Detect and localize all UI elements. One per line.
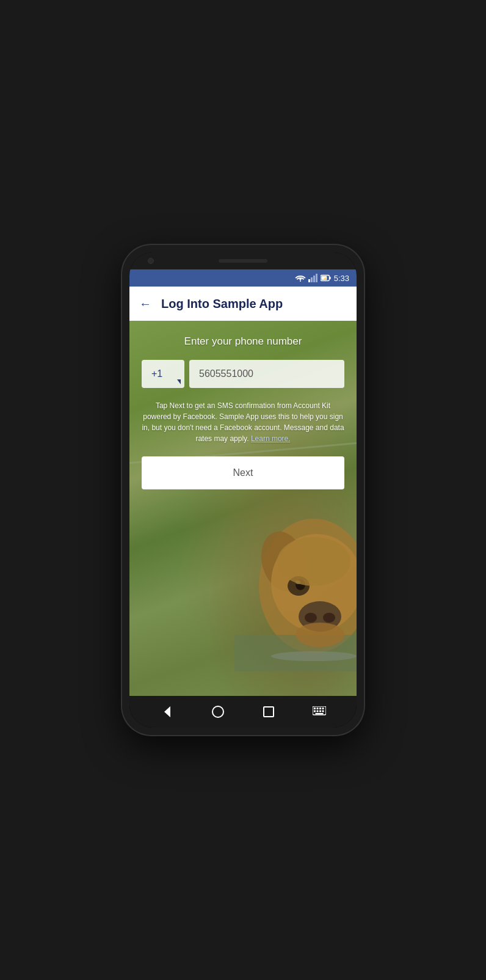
app-title: Log Into Sample App	[161, 297, 283, 311]
phone-input-row: +1	[142, 360, 344, 388]
svg-point-22	[212, 706, 223, 717]
svg-rect-2	[313, 276, 315, 282]
keyboard-nav-button[interactable]	[307, 700, 332, 724]
svg-rect-1	[311, 277, 313, 282]
svg-rect-26	[316, 708, 318, 709]
app-bar: ← Log Into Sample App	[129, 287, 357, 321]
learn-more-link[interactable]: Learn more.	[251, 434, 291, 443]
dropdown-arrow-icon	[177, 379, 181, 384]
svg-rect-33	[315, 713, 323, 714]
status-icons: ⚡ 5:33	[295, 274, 349, 283]
svg-rect-31	[319, 711, 321, 712]
phone-top-decoration	[129, 252, 357, 269]
svg-rect-23	[264, 707, 274, 717]
phone-number-input[interactable]	[189, 360, 344, 388]
time-display: 5:33	[334, 274, 349, 283]
camera-dot	[148, 258, 154, 264]
phone-frame: ⚡ 5:33 ← Log Into Sample App	[122, 245, 364, 735]
svg-rect-27	[319, 708, 321, 709]
country-code-label: +1	[151, 368, 162, 379]
country-code-button[interactable]: +1	[142, 360, 184, 388]
svg-rect-0	[308, 279, 310, 282]
svg-point-12	[305, 613, 317, 623]
wifi-icon	[295, 274, 306, 282]
svg-point-20	[271, 651, 357, 661]
main-content: Enter your phone number +1 Tap Next to g…	[129, 321, 357, 696]
svg-rect-5	[330, 277, 331, 280]
svg-point-19	[296, 623, 344, 647]
dog-illustration	[234, 476, 357, 671]
back-button[interactable]: ←	[139, 297, 151, 311]
svg-point-17	[277, 537, 350, 586]
svg-rect-30	[316, 711, 318, 712]
speaker-grille	[219, 259, 267, 263]
svg-point-13	[323, 613, 335, 623]
signal-icon	[308, 274, 318, 282]
home-nav-button[interactable]	[206, 700, 230, 724]
svg-rect-29	[314, 711, 316, 712]
next-button[interactable]: Next	[142, 456, 344, 489]
svg-text:⚡: ⚡	[322, 277, 327, 281]
battery-icon: ⚡	[321, 274, 332, 282]
svg-rect-28	[322, 708, 324, 709]
back-nav-button[interactable]	[155, 700, 180, 724]
recents-nav-button[interactable]	[256, 700, 281, 724]
prompt-text: Enter your phone number	[142, 335, 344, 348]
svg-rect-25	[314, 708, 316, 709]
bottom-navigation	[129, 696, 357, 728]
phone-screen: ⚡ 5:33 ← Log Into Sample App	[129, 252, 357, 728]
status-bar: ⚡ 5:33	[129, 269, 357, 287]
svg-marker-21	[164, 706, 170, 717]
svg-rect-32	[322, 711, 324, 712]
content-overlay: Enter your phone number +1 Tap Next to g…	[129, 321, 357, 502]
svg-rect-3	[316, 274, 317, 282]
sms-notice-text: Tap Next to get an SMS confirmation from…	[142, 400, 344, 444]
